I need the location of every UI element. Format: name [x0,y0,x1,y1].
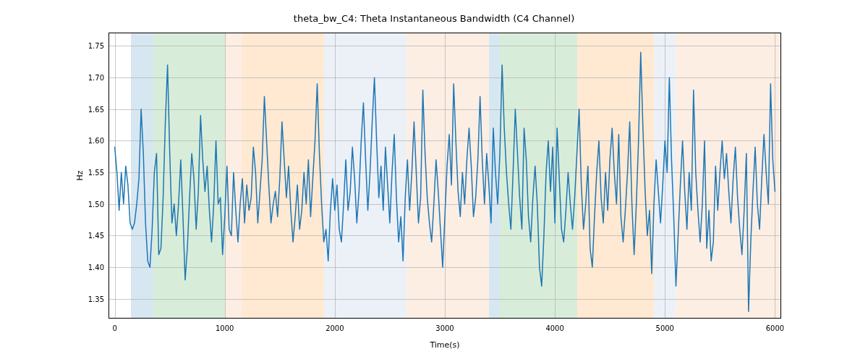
x-tick-label: 6000 [766,324,784,332]
x-tick-label: 4000 [545,324,563,332]
y-tick-label: 1.65 [75,105,104,113]
y-tick-label: 1.45 [75,232,104,240]
line-series [109,33,780,318]
y-tick-label: 1.35 [75,295,104,303]
chart-title: theta_bw_C4: Theta Instantaneous Bandwid… [0,13,868,24]
y-tick-label: 1.70 [75,74,104,82]
y-tick-label: 1.75 [75,42,104,50]
plot-area [109,33,781,319]
x-tick-label: 1000 [216,324,234,332]
x-tick-label: 3000 [435,324,454,332]
y-tick-label: 1.55 [75,169,104,177]
x-axis-label: Time(s) [109,340,781,350]
x-tick-label: 0 [112,324,116,332]
y-tick-label: 1.50 [75,200,104,208]
y-tick-label: 1.60 [75,137,104,145]
x-tick-label: 2000 [326,324,344,332]
y-tick-label: 1.40 [75,264,104,272]
x-tick-label: 5000 [656,324,674,332]
chart-figure: theta_bw_C4: Theta Instantaneous Bandwid… [0,0,868,362]
